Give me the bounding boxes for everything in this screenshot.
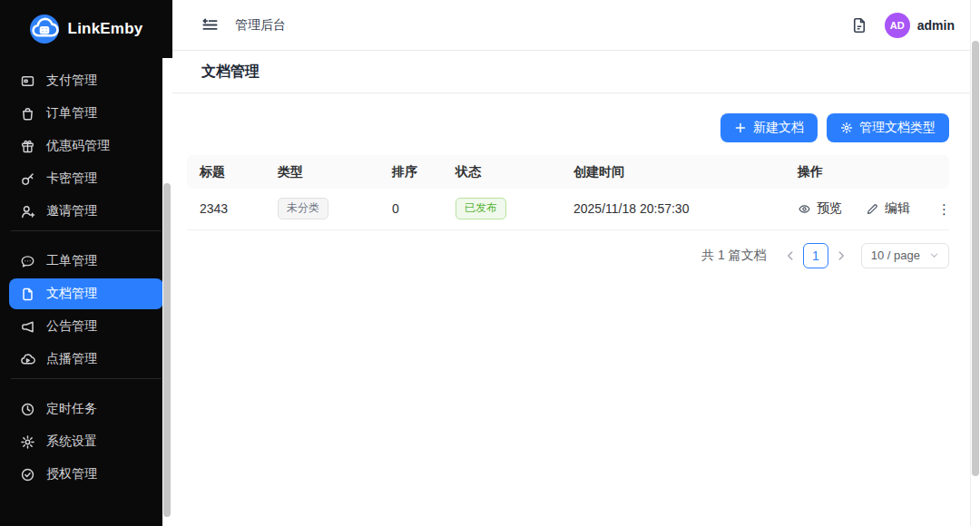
column-status: 状态	[443, 155, 561, 189]
page-size-value: 10 / page	[871, 248, 920, 262]
timer-clock-icon	[20, 402, 35, 417]
avatar[interactable]: AD	[885, 13, 910, 38]
documents-table: 标题 类型 排序 状态 创建时间 操作 2343 未分类 0 已发布	[187, 155, 949, 230]
eye-icon	[798, 202, 811, 216]
sidebar-scrollbar[interactable]	[162, 58, 172, 526]
linkemby-cloud-logo-icon	[30, 15, 59, 44]
column-type: 类型	[265, 155, 379, 189]
page-scrollbar[interactable]	[970, 0, 980, 526]
column-sort: 排序	[379, 155, 443, 189]
column-actions: 操作	[785, 155, 949, 189]
sidebar-item-scheduled-tasks[interactable]: 定时任务	[9, 394, 163, 424]
manage-doc-types-button[interactable]: 管理文档类型	[827, 113, 949, 142]
sidebar-item-vod[interactable]: 点播管理	[9, 344, 163, 375]
plus-icon	[734, 122, 747, 134]
toolbar: 新建文档 管理文档类型	[187, 113, 949, 142]
page-title-bar: 文档管理	[172, 51, 980, 93]
edit-label: 编辑	[885, 200, 910, 217]
page-size-select[interactable]: 10 / page	[861, 243, 949, 268]
sidebar-item-label: 文档管理	[46, 286, 97, 302]
invite-user-plus-icon	[20, 204, 35, 219]
cell-status: 已发布	[443, 189, 561, 229]
page-number-button[interactable]: 1	[803, 243, 828, 268]
sidebar-item-label: 卡密管理	[46, 170, 97, 187]
payment-card-icon	[20, 73, 35, 89]
cell-type: 未分类	[265, 189, 379, 229]
announcement-megaphone-icon	[20, 319, 35, 335]
ticket-chat-icon	[20, 254, 35, 269]
sidebar-scrollbar-thumb[interactable]	[163, 183, 171, 517]
preview-label: 预览	[817, 200, 842, 217]
sidebar-nav: 支付管理 订单管理 优惠码管理	[0, 58, 172, 492]
pagination: 共 1 篇文档 1 10 / page	[187, 243, 949, 268]
sidebar-item-orders[interactable]: 订单管理	[9, 98, 163, 129]
sidebar-divider	[11, 378, 162, 379]
user-name[interactable]: admin	[917, 18, 955, 33]
header-title: 管理后台	[235, 17, 286, 34]
sidebar-item-announcements[interactable]: 公告管理	[9, 311, 163, 342]
main-area: 管理后台 AD admin 文档管理 新建文档	[172, 0, 980, 526]
docs-file-icon[interactable]	[850, 16, 868, 34]
more-actions-icon[interactable]: ⋮	[934, 200, 955, 218]
sidebar-item-payment[interactable]: 支付管理	[9, 65, 163, 96]
settings-gear-icon	[20, 434, 35, 450]
coupon-gift-icon	[20, 139, 35, 154]
sidebar-item-tickets[interactable]: 工单管理	[9, 246, 163, 277]
sidebar-item-licenses[interactable]: 授权管理	[9, 459, 163, 490]
sidebar-item-label: 授权管理	[46, 466, 97, 482]
sidebar-item-label: 优惠码管理	[46, 138, 110, 154]
table-row: 2343 未分类 0 已发布 2025/11/18 20:57:30	[187, 189, 949, 229]
column-created-at: 创建时间	[561, 155, 785, 189]
vod-cloud-icon	[20, 352, 35, 367]
sidebar-item-label: 订单管理	[46, 105, 97, 122]
pagination-total: 共 1 篇文档	[701, 248, 767, 264]
sidebar-item-coupons[interactable]: 优惠码管理	[9, 131, 163, 161]
cell-actions: 预览 编辑 ⋮	[785, 189, 949, 229]
chevron-down-icon	[929, 250, 939, 260]
new-document-label: 新建文档	[753, 120, 804, 136]
cell-title: 2343	[187, 189, 265, 229]
sidebar-item-label: 定时任务	[46, 401, 97, 417]
table-header-row: 标题 类型 排序 状态 创建时间 操作	[187, 155, 949, 189]
status-badge: 已发布	[456, 198, 506, 219]
manage-doc-types-label: 管理文档类型	[859, 120, 936, 136]
sidebar-item-label: 系统设置	[46, 433, 97, 450]
new-document-button[interactable]: 新建文档	[720, 113, 818, 142]
order-bag-icon	[20, 106, 35, 122]
type-badge: 未分类	[278, 198, 328, 219]
brand-name: LinkEmby	[68, 20, 143, 38]
preview-button[interactable]: 预览	[798, 200, 842, 217]
sidebar-item-label: 公告管理	[46, 318, 97, 335]
sidebar-divider	[11, 230, 162, 231]
sidebar-item-system-settings[interactable]: 系统设置	[9, 426, 163, 457]
sidebar-fold-icon[interactable]	[201, 16, 219, 34]
sidebar-item-invitations[interactable]: 邀请管理	[9, 196, 163, 227]
card-key-icon	[20, 171, 35, 187]
content: 新建文档 管理文档类型 标题 类型	[172, 93, 980, 268]
brand-logo[interactable]: LinkEmby	[0, 0, 172, 58]
pencil-icon	[866, 202, 879, 216]
license-check-icon	[20, 467, 35, 482]
sidebar: LinkEmby 支付管理 订单管理	[0, 0, 172, 526]
sidebar-item-label: 点播管理	[46, 351, 97, 367]
page-scrollbar-thumb[interactable]	[972, 41, 979, 476]
sidebar-item-documents[interactable]: 文档管理	[9, 278, 163, 309]
gear-icon	[840, 122, 853, 134]
sidebar-item-label: 工单管理	[46, 253, 97, 269]
cell-sort: 0	[379, 189, 443, 229]
edit-button[interactable]: 编辑	[866, 200, 910, 217]
cell-created-at: 2025/11/18 20:57:30	[561, 189, 785, 229]
column-title: 标题	[187, 155, 265, 189]
page-title: 文档管理	[201, 63, 260, 82]
sidebar-item-label: 邀请管理	[46, 203, 97, 219]
document-icon	[20, 287, 35, 302]
sidebar-item-card-keys[interactable]: 卡密管理	[9, 163, 163, 194]
sidebar-item-label: 支付管理	[46, 73, 97, 89]
top-header: 管理后台 AD admin	[172, 0, 980, 51]
next-page-icon[interactable]	[835, 249, 848, 262]
prev-page-icon[interactable]	[784, 249, 797, 262]
